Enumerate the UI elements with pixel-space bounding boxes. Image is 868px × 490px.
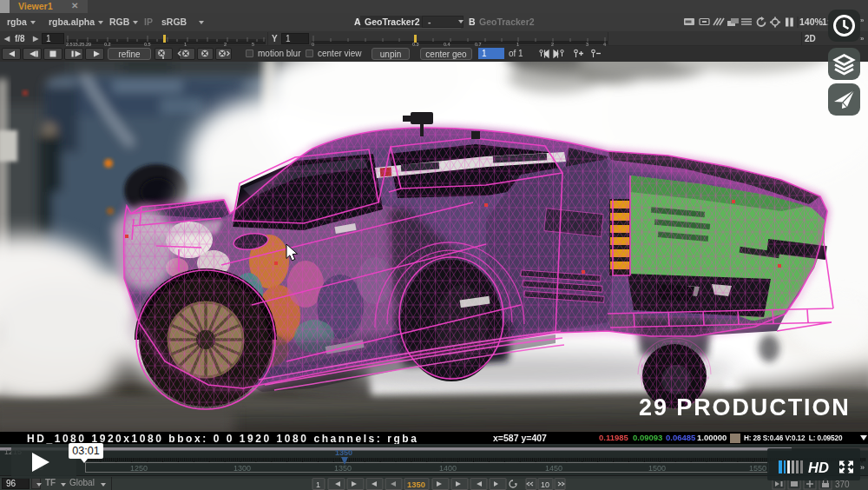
svg-text:29 PRODUCTION: 29 PRODUCTION <box>639 394 851 420</box>
svg-text:370: 370 <box>835 480 850 489</box>
svg-text:10: 10 <box>541 480 549 489</box>
svg-text:HD: HD <box>808 460 829 474</box>
svg-text:1: 1 <box>316 480 320 489</box>
svg-text:1350: 1350 <box>407 480 425 489</box>
